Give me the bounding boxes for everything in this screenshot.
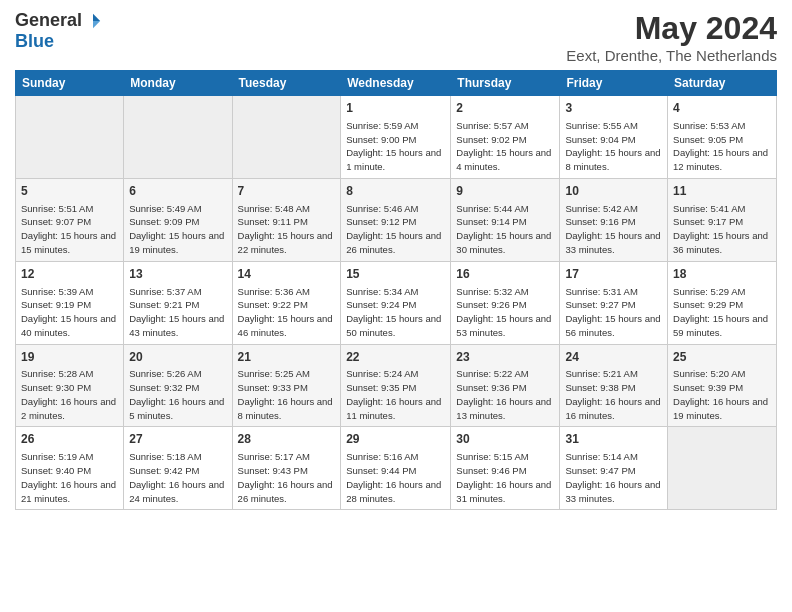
day-info: Sunrise: 5:51 AM Sunset: 9:07 PM Dayligh… [21, 202, 118, 257]
day-info: Sunrise: 5:24 AM Sunset: 9:35 PM Dayligh… [346, 367, 445, 422]
day-info: Sunrise: 5:57 AM Sunset: 9:02 PM Dayligh… [456, 119, 554, 174]
day-number: 10 [565, 183, 662, 200]
logo: General Blue [15, 10, 102, 52]
calendar-cell: 25Sunrise: 5:20 AM Sunset: 9:39 PM Dayli… [668, 344, 777, 427]
calendar-cell: 1Sunrise: 5:59 AM Sunset: 9:00 PM Daylig… [341, 96, 451, 179]
calendar-cell: 26Sunrise: 5:19 AM Sunset: 9:40 PM Dayli… [16, 427, 124, 510]
day-number: 25 [673, 349, 771, 366]
header-wednesday: Wednesday [341, 71, 451, 96]
calendar-cell: 11Sunrise: 5:41 AM Sunset: 9:17 PM Dayli… [668, 178, 777, 261]
day-info: Sunrise: 5:46 AM Sunset: 9:12 PM Dayligh… [346, 202, 445, 257]
calendar-cell: 13Sunrise: 5:37 AM Sunset: 9:21 PM Dayli… [124, 261, 232, 344]
calendar-cell [668, 427, 777, 510]
calendar-cell: 10Sunrise: 5:42 AM Sunset: 9:16 PM Dayli… [560, 178, 668, 261]
calendar-week-5: 26Sunrise: 5:19 AM Sunset: 9:40 PM Dayli… [16, 427, 777, 510]
day-number: 1 [346, 100, 445, 117]
day-info: Sunrise: 5:18 AM Sunset: 9:42 PM Dayligh… [129, 450, 226, 505]
day-number: 4 [673, 100, 771, 117]
day-number: 27 [129, 431, 226, 448]
day-info: Sunrise: 5:49 AM Sunset: 9:09 PM Dayligh… [129, 202, 226, 257]
day-info: Sunrise: 5:39 AM Sunset: 9:19 PM Dayligh… [21, 285, 118, 340]
calendar-cell: 4Sunrise: 5:53 AM Sunset: 9:05 PM Daylig… [668, 96, 777, 179]
day-info: Sunrise: 5:20 AM Sunset: 9:39 PM Dayligh… [673, 367, 771, 422]
day-info: Sunrise: 5:26 AM Sunset: 9:32 PM Dayligh… [129, 367, 226, 422]
logo-blue-text: Blue [15, 31, 54, 52]
day-number: 13 [129, 266, 226, 283]
calendar-cell: 18Sunrise: 5:29 AM Sunset: 9:29 PM Dayli… [668, 261, 777, 344]
day-number: 3 [565, 100, 662, 117]
header-thursday: Thursday [451, 71, 560, 96]
calendar-cell: 31Sunrise: 5:14 AM Sunset: 9:47 PM Dayli… [560, 427, 668, 510]
day-number: 19 [21, 349, 118, 366]
day-number: 14 [238, 266, 336, 283]
calendar-cell: 14Sunrise: 5:36 AM Sunset: 9:22 PM Dayli… [232, 261, 341, 344]
calendar-cell [16, 96, 124, 179]
calendar-cell: 9Sunrise: 5:44 AM Sunset: 9:14 PM Daylig… [451, 178, 560, 261]
calendar-cell: 12Sunrise: 5:39 AM Sunset: 9:19 PM Dayli… [16, 261, 124, 344]
day-number: 17 [565, 266, 662, 283]
day-number: 6 [129, 183, 226, 200]
calendar-cell: 21Sunrise: 5:25 AM Sunset: 9:33 PM Dayli… [232, 344, 341, 427]
day-info: Sunrise: 5:25 AM Sunset: 9:33 PM Dayligh… [238, 367, 336, 422]
day-number: 11 [673, 183, 771, 200]
day-info: Sunrise: 5:34 AM Sunset: 9:24 PM Dayligh… [346, 285, 445, 340]
day-number: 31 [565, 431, 662, 448]
calendar-cell: 24Sunrise: 5:21 AM Sunset: 9:38 PM Dayli… [560, 344, 668, 427]
day-info: Sunrise: 5:28 AM Sunset: 9:30 PM Dayligh… [21, 367, 118, 422]
calendar-cell: 22Sunrise: 5:24 AM Sunset: 9:35 PM Dayli… [341, 344, 451, 427]
calendar-cell: 20Sunrise: 5:26 AM Sunset: 9:32 PM Dayli… [124, 344, 232, 427]
main-title: May 2024 [566, 10, 777, 47]
day-number: 8 [346, 183, 445, 200]
calendar-cell: 5Sunrise: 5:51 AM Sunset: 9:07 PM Daylig… [16, 178, 124, 261]
day-info: Sunrise: 5:53 AM Sunset: 9:05 PM Dayligh… [673, 119, 771, 174]
calendar-cell: 30Sunrise: 5:15 AM Sunset: 9:46 PM Dayli… [451, 427, 560, 510]
day-info: Sunrise: 5:44 AM Sunset: 9:14 PM Dayligh… [456, 202, 554, 257]
day-info: Sunrise: 5:14 AM Sunset: 9:47 PM Dayligh… [565, 450, 662, 505]
day-number: 7 [238, 183, 336, 200]
calendar-cell: 17Sunrise: 5:31 AM Sunset: 9:27 PM Dayli… [560, 261, 668, 344]
calendar-cell: 6Sunrise: 5:49 AM Sunset: 9:09 PM Daylig… [124, 178, 232, 261]
day-number: 9 [456, 183, 554, 200]
day-info: Sunrise: 5:16 AM Sunset: 9:44 PM Dayligh… [346, 450, 445, 505]
day-info: Sunrise: 5:19 AM Sunset: 9:40 PM Dayligh… [21, 450, 118, 505]
calendar-cell: 27Sunrise: 5:18 AM Sunset: 9:42 PM Dayli… [124, 427, 232, 510]
page: General Blue May 2024 Eext, Drenthe, The… [0, 0, 792, 612]
svg-marker-1 [93, 21, 100, 28]
calendar-cell [232, 96, 341, 179]
day-number: 26 [21, 431, 118, 448]
day-number: 22 [346, 349, 445, 366]
day-number: 28 [238, 431, 336, 448]
day-number: 5 [21, 183, 118, 200]
header-friday: Friday [560, 71, 668, 96]
day-info: Sunrise: 5:21 AM Sunset: 9:38 PM Dayligh… [565, 367, 662, 422]
day-number: 18 [673, 266, 771, 283]
day-number: 16 [456, 266, 554, 283]
calendar-cell: 23Sunrise: 5:22 AM Sunset: 9:36 PM Dayli… [451, 344, 560, 427]
day-info: Sunrise: 5:17 AM Sunset: 9:43 PM Dayligh… [238, 450, 336, 505]
day-number: 30 [456, 431, 554, 448]
day-info: Sunrise: 5:48 AM Sunset: 9:11 PM Dayligh… [238, 202, 336, 257]
day-info: Sunrise: 5:42 AM Sunset: 9:16 PM Dayligh… [565, 202, 662, 257]
svg-marker-0 [93, 13, 100, 20]
subtitle: Eext, Drenthe, The Netherlands [566, 47, 777, 64]
logo-text: General [15, 10, 102, 31]
calendar-cell: 7Sunrise: 5:48 AM Sunset: 9:11 PM Daylig… [232, 178, 341, 261]
calendar-cell: 3Sunrise: 5:55 AM Sunset: 9:04 PM Daylig… [560, 96, 668, 179]
header: General Blue May 2024 Eext, Drenthe, The… [15, 10, 777, 64]
calendar-week-3: 12Sunrise: 5:39 AM Sunset: 9:19 PM Dayli… [16, 261, 777, 344]
calendar-cell: 19Sunrise: 5:28 AM Sunset: 9:30 PM Dayli… [16, 344, 124, 427]
header-saturday: Saturday [668, 71, 777, 96]
day-info: Sunrise: 5:37 AM Sunset: 9:21 PM Dayligh… [129, 285, 226, 340]
day-info: Sunrise: 5:41 AM Sunset: 9:17 PM Dayligh… [673, 202, 771, 257]
calendar-cell: 16Sunrise: 5:32 AM Sunset: 9:26 PM Dayli… [451, 261, 560, 344]
day-info: Sunrise: 5:55 AM Sunset: 9:04 PM Dayligh… [565, 119, 662, 174]
day-number: 21 [238, 349, 336, 366]
calendar-week-1: 1Sunrise: 5:59 AM Sunset: 9:00 PM Daylig… [16, 96, 777, 179]
calendar-week-2: 5Sunrise: 5:51 AM Sunset: 9:07 PM Daylig… [16, 178, 777, 261]
day-number: 29 [346, 431, 445, 448]
calendar-header-row: Sunday Monday Tuesday Wednesday Thursday… [16, 71, 777, 96]
calendar-week-4: 19Sunrise: 5:28 AM Sunset: 9:30 PM Dayli… [16, 344, 777, 427]
logo-icon [84, 12, 102, 30]
day-number: 20 [129, 349, 226, 366]
calendar-cell: 2Sunrise: 5:57 AM Sunset: 9:02 PM Daylig… [451, 96, 560, 179]
